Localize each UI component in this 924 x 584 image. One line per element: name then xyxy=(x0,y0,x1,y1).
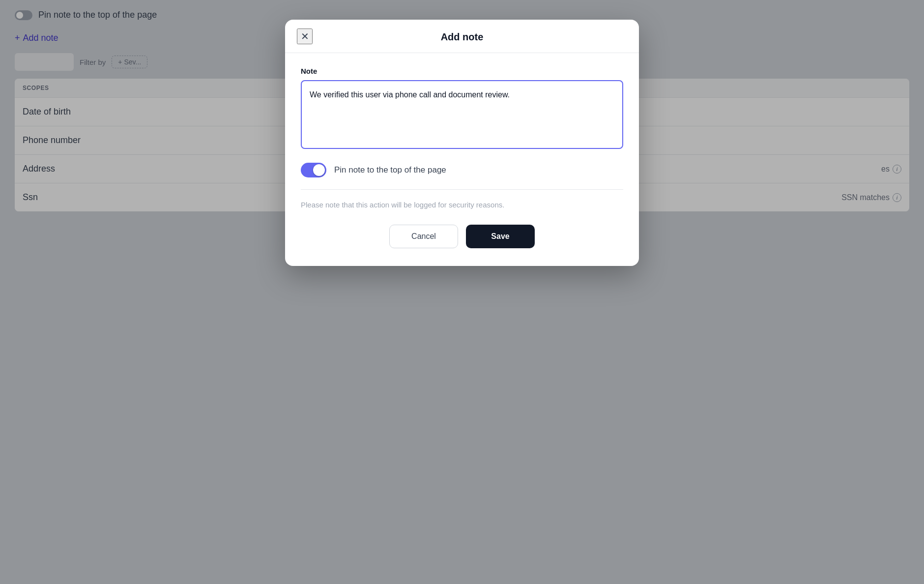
note-field-label: Note xyxy=(301,67,623,75)
close-icon: ✕ xyxy=(301,30,309,42)
modal-title: Add note xyxy=(441,31,484,43)
modal-header: ✕ Add note xyxy=(285,20,639,53)
modal-overlay: ✕ Add note Note We verified this user vi… xyxy=(0,0,924,584)
pin-toggle-label: Pin note to the top of the page xyxy=(334,165,446,175)
security-note-text: Please note that this action will be log… xyxy=(301,200,623,211)
modal-divider xyxy=(301,189,623,190)
cancel-button[interactable]: Cancel xyxy=(389,225,458,248)
note-textarea[interactable]: We verified this user via phone call and… xyxy=(301,80,623,149)
pin-row: Pin note to the top of the page xyxy=(301,163,623,177)
modal-footer: Cancel Save xyxy=(301,225,623,252)
save-button[interactable]: Save xyxy=(466,225,535,248)
modal-close-button[interactable]: ✕ xyxy=(297,29,313,44)
modal-body: Note We verified this user via phone cal… xyxy=(285,53,639,266)
pin-toggle[interactable] xyxy=(301,163,326,177)
add-note-modal: ✕ Add note Note We verified this user vi… xyxy=(285,20,639,266)
